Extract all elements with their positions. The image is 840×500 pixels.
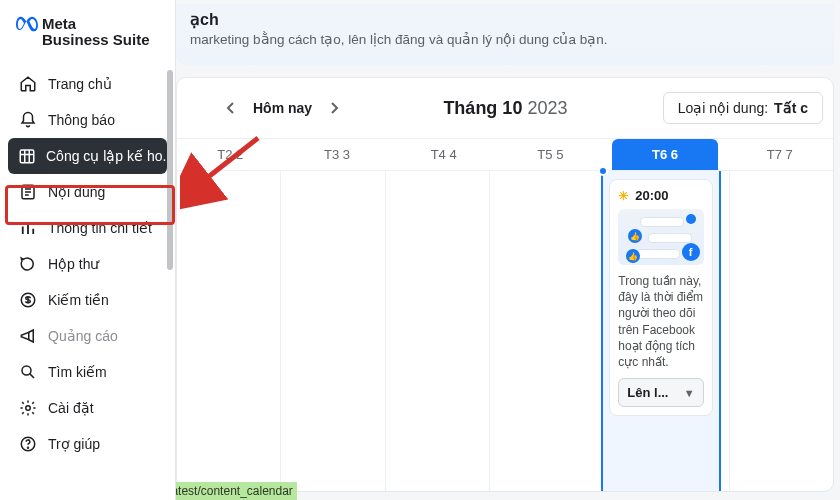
page-title-fragment: ạch (190, 10, 820, 29)
gear-icon (18, 399, 38, 417)
today-button[interactable]: Hôm nay (245, 96, 320, 120)
day-column[interactable] (729, 171, 833, 491)
day-header[interactable]: T5 5 (497, 139, 604, 170)
sidebar-item-label: Trang chủ (48, 76, 112, 92)
sidebar-item-inbox[interactable]: Hộp thư (8, 246, 167, 282)
main: ạch marketing bằng cách tạo, lên lịch đă… (176, 0, 840, 500)
megaphone-icon (18, 327, 38, 345)
page-subtitle: marketing bằng cách tạo, lên lịch đăng v… (190, 31, 820, 47)
sidebar-item-monetize[interactable]: Kiếm tiền (8, 282, 167, 318)
prev-button[interactable] (217, 94, 245, 122)
content-type-filter[interactable]: Loại nội dung: Tất c (663, 92, 823, 124)
month-label: Tháng 10 2023 (348, 98, 663, 119)
brand-text: Meta Business Suite (42, 16, 150, 48)
sidebar-item-home[interactable]: Trang chủ (8, 66, 167, 102)
event-card[interactable]: ☀ 20:00 👍 👍 f Trong tuần này, đ (609, 179, 712, 416)
page-header: ạch marketing bằng cách tạo, lên lịch đă… (176, 4, 834, 65)
sidebar-item-help[interactable]: Trợ giúp (8, 426, 167, 462)
next-button[interactable] (320, 94, 348, 122)
home-icon (18, 75, 38, 93)
chevron-down-icon: ▼ (684, 387, 695, 399)
sidebar-item-insights[interactable]: Thông tin chi tiết (8, 210, 167, 246)
sidebar-item-label: Công cụ lập kế ho... (46, 148, 167, 164)
meta-logo-icon (16, 16, 36, 36)
brand: Meta Business Suite (0, 10, 175, 66)
event-schedule-button[interactable]: Lên l... ▼ (618, 378, 703, 407)
day-column[interactable] (385, 171, 489, 491)
calendar-grid-icon (18, 147, 36, 165)
event-graphic: 👍 👍 f (618, 209, 703, 265)
sidebar-item-label: Thông tin chi tiết (48, 220, 152, 236)
document-icon (18, 183, 38, 201)
current-time-dot (598, 166, 608, 176)
day-header[interactable]: T4 4 (390, 139, 497, 170)
sidebar-nav: Trang chủ Thông báo Công cụ lập kế ho...… (0, 66, 175, 501)
sidebar-item-label: Nội dung (48, 184, 105, 200)
sidebar-item-label: Thông báo (48, 112, 115, 128)
filter-label-bold: Tất c (774, 100, 808, 116)
calendar-body: ☀ 20:00 👍 👍 f Trong tuần này, đ (177, 171, 833, 491)
sidebar-item-ads[interactable]: Quảng cáo (8, 318, 167, 354)
day-column[interactable] (489, 171, 593, 491)
day-column-active[interactable]: ☀ 20:00 👍 👍 f Trong tuần này, đ (601, 171, 720, 491)
calendar-card: Hôm nay Tháng 10 2023 Loại nội dung: Tất… (176, 77, 834, 492)
bell-icon (18, 111, 38, 129)
sidebar-item-label: Hộp thư (48, 256, 99, 272)
sidebar-item-label: Trợ giúp (48, 436, 100, 452)
day-header[interactable]: T3 3 (284, 139, 391, 170)
sidebar-item-search[interactable]: Tìm kiếm (8, 354, 167, 390)
day-column[interactable] (177, 171, 280, 491)
sidebar-item-settings[interactable]: Cài đặt (8, 390, 167, 426)
calendar-toolbar: Hôm nay Tháng 10 2023 Loại nội dung: Tất… (177, 82, 833, 138)
event-time: ☀ 20:00 (618, 188, 703, 203)
day-header-active[interactable]: T6 6 (612, 139, 719, 170)
sidebar-item-label: Cài đặt (48, 400, 94, 416)
event-text: Trong tuần này, đây là thời điểm người t… (618, 273, 703, 370)
svg-point-3 (22, 366, 31, 375)
day-header[interactable]: T7 7 (726, 139, 833, 170)
sidebar-item-label: Tìm kiếm (48, 364, 107, 380)
bars-icon (18, 219, 38, 237)
sidebar: Meta Business Suite Trang chủ Thông báo (0, 0, 176, 500)
filter-label-prefix: Loại nội dung: (678, 100, 768, 116)
sidebar-item-content[interactable]: Nội dung (8, 174, 167, 210)
svg-point-4 (26, 405, 31, 410)
calendar-day-header: T2 2 T3 3 T4 4 T5 5 T6 6 T7 7 (177, 138, 833, 171)
sun-icon: ☀ (618, 189, 629, 203)
sidebar-item-label: Kiếm tiền (48, 292, 109, 308)
search-icon (18, 363, 38, 381)
help-icon (18, 435, 38, 453)
svg-rect-0 (20, 150, 34, 163)
svg-point-6 (28, 447, 29, 448)
chat-icon (18, 255, 38, 273)
day-column[interactable] (280, 171, 384, 491)
dollar-icon (18, 291, 38, 309)
sidebar-item-label: Quảng cáo (48, 328, 118, 344)
sidebar-item-planner[interactable]: Công cụ lập kế ho... (8, 138, 167, 174)
sidebar-item-notifications[interactable]: Thông báo (8, 102, 167, 138)
day-header[interactable]: T2 2 (177, 139, 284, 170)
